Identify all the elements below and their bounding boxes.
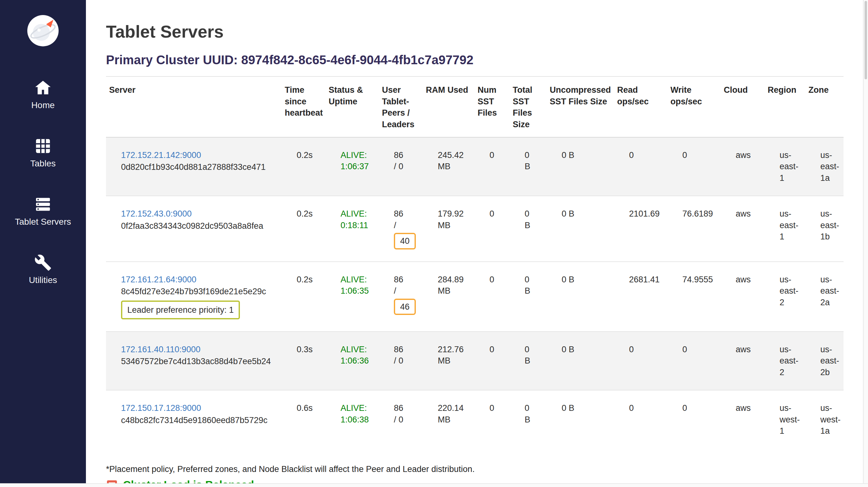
- server-cell: 172.161.40.110:9000 53467572be7c4d13b3ac…: [106, 331, 282, 390]
- total-sst-size-cell: 0B: [509, 137, 547, 196]
- ram-cell: 245.42MB: [423, 137, 474, 196]
- total-sst-size-cell: 0B: [509, 331, 547, 390]
- status-text: ALIVE:: [341, 402, 376, 414]
- region-cell: us-east-1: [765, 196, 805, 261]
- leaders-line: / 0: [394, 161, 420, 172]
- ram-cell: 179.92MB: [423, 196, 474, 261]
- read-ops-cell: 0: [614, 137, 667, 196]
- table-row: 172.161.40.110:9000 53467572be7c4d13b3ac…: [106, 331, 843, 390]
- read-ops-cell: 0: [614, 331, 667, 390]
- read-ops-cell: 2101.69: [614, 196, 667, 261]
- server-link[interactable]: 172.150.17.128:9000: [121, 403, 201, 413]
- cloud-cell: aws: [721, 196, 765, 261]
- uncompressed-sst-size-cell: 0 B: [547, 331, 614, 390]
- server-link[interactable]: 172.152.43.0:9000: [121, 209, 192, 219]
- tables-icon: [34, 137, 52, 155]
- tablet-servers-table: Server Time since heartbeat Status & Upt…: [106, 76, 843, 449]
- server-uuid: 8c45fd27e3e24b7b93f169de21e5e29c: [121, 286, 279, 297]
- sidebar-item-home[interactable]: Home: [31, 79, 55, 110]
- uncompressed-sst-size-cell: 0 B: [547, 262, 614, 331]
- tablet-peers-cell: 86 / 0: [379, 331, 423, 390]
- uptime-text: 1:06:36: [341, 355, 376, 366]
- server-uuid: c48bc82fc7314d5e91860eed87b5729c: [121, 415, 279, 426]
- server-cell: 172.152.43.0:9000 0f2faa3c834343c0982dc9…: [106, 196, 282, 261]
- uptime-text: 1:06:38: [341, 414, 376, 425]
- cluster-uuid-heading: Primary Cluster UUID: 8974f842-8c65-4e6f…: [106, 52, 843, 67]
- column-header-write-ops: Write ops/sec: [667, 76, 721, 137]
- zone-cell: us-east-1b: [805, 196, 843, 261]
- zone-cell: us-west-1a: [805, 390, 843, 449]
- sidebar-nav: Home Tables Tablet Servers: [15, 79, 71, 285]
- status-cell: ALIVE: 1:06:36: [326, 331, 379, 390]
- server-cell: 172.150.17.128:9000 c48bc82fc7314d5e9186…: [106, 390, 282, 449]
- sidebar-item-tablet-servers[interactable]: Tablet Servers: [15, 196, 71, 227]
- leaders-line: / 0: [394, 414, 420, 425]
- server-link[interactable]: 172.152.21.142:9000: [121, 151, 201, 160]
- page-title: Tablet Servers: [106, 22, 843, 42]
- status-text: ALIVE:: [341, 344, 376, 355]
- tablet-peers-cell: 86 / 0: [379, 137, 423, 196]
- leaders-line: /: [394, 220, 420, 231]
- column-header-total-sst-size: Total SST Files Size: [509, 76, 547, 137]
- server-uuid: 0f2faa3c834343c0982dc9503a8a8fea: [121, 220, 279, 232]
- server-link[interactable]: 172.161.21.64:9000: [121, 275, 196, 284]
- app-window: Home Tables Tablet Servers: [0, 0, 868, 487]
- table-row: 172.152.21.142:9000 0d820cf1b93c40d881a2…: [106, 137, 843, 196]
- table-row: 172.161.21.64:9000 8c45fd27e3e24b7b93f16…: [106, 262, 843, 331]
- column-header-uncompressed-sst-size: Uncompressed SST Files Size: [547, 76, 614, 137]
- tablet-peers-cell: 86 / 0: [379, 390, 423, 449]
- region-cell: us-east-1: [765, 137, 805, 196]
- region-cell: us-east-2: [765, 331, 805, 390]
- ram-cell: 220.14MB: [423, 390, 474, 449]
- tablet-peers-cell: 86 /46: [379, 262, 423, 331]
- read-ops-cell: 0: [614, 390, 667, 449]
- server-cell: 172.152.21.142:9000 0d820cf1b93c40d881a2…: [106, 137, 282, 196]
- num-sst-files-cell: 0: [474, 262, 509, 331]
- server-table-body: 172.152.21.142:9000 0d820cf1b93c40d881a2…: [106, 137, 843, 449]
- total-sst-size-cell: 0B: [509, 262, 547, 331]
- status-cell: ALIVE: 1:06:37: [326, 137, 379, 196]
- placement-footnote: *Placement policy, Preferred zones, and …: [106, 464, 843, 474]
- total-sst-size-cell: 0B: [509, 196, 547, 261]
- sidebar-item-label: Utilities: [29, 275, 57, 285]
- sidebar-item-tables[interactable]: Tables: [30, 137, 56, 169]
- vertical-scrollbar[interactable]: [863, 0, 868, 487]
- sidebar-item-label: Tablet Servers: [15, 217, 71, 227]
- uptime-text: 1:06:37: [341, 161, 376, 172]
- peers-count: 86: [394, 344, 420, 355]
- column-header-status-uptime: Status & Uptime: [326, 76, 379, 137]
- num-sst-files-cell: 0: [474, 196, 509, 261]
- leaders-line: /: [394, 285, 420, 296]
- status-cell: ALIVE: 1:06:38: [326, 390, 379, 449]
- status-cell: ALIVE: 0:18:11: [326, 196, 379, 261]
- horizontal-scrollbar[interactable]: [0, 483, 868, 487]
- cloud-cell: aws: [721, 262, 765, 331]
- uncompressed-sst-size-cell: 0 B: [547, 137, 614, 196]
- yugabyte-logo-icon: [27, 14, 59, 47]
- column-header-read-ops: Read ops/sec: [614, 76, 667, 137]
- server-link[interactable]: 172.161.40.110:9000: [121, 345, 200, 354]
- write-ops-cell: 0: [667, 390, 721, 449]
- heartbeat-cell: 0.6s: [282, 390, 326, 449]
- tablet-peers-cell: 86 /40: [379, 196, 423, 261]
- zone-cell: us-east-1a: [805, 137, 843, 196]
- vertical-scrollbar-thumb[interactable]: [865, 1, 867, 79]
- total-sst-size-cell: 0B: [509, 390, 547, 449]
- uptime-text: 1:06:35: [341, 285, 376, 296]
- leader-preference-badge: Leader preference priority: 1: [121, 300, 240, 319]
- table-row: 172.150.17.128:9000 c48bc82fc7314d5e9186…: [106, 390, 843, 449]
- server-uuid: 53467572be7c4d13b3ac88d4b7ee5b24: [121, 356, 279, 367]
- cloud-cell: aws: [721, 331, 765, 390]
- sidebar: Home Tables Tablet Servers: [0, 0, 86, 487]
- leaders-highlight-box: 40: [394, 233, 416, 249]
- column-header-num-sst-files: Num SST Files: [474, 76, 509, 137]
- column-header-cloud: Cloud: [721, 76, 765, 137]
- heartbeat-cell: 0.2s: [282, 196, 326, 261]
- column-header-heartbeat: Time since heartbeat: [282, 76, 326, 137]
- num-sst-files-cell: 0: [474, 390, 509, 449]
- peers-count: 86: [394, 274, 420, 285]
- ram-cell: 284.89MB: [423, 262, 474, 331]
- status-text: ALIVE:: [341, 274, 376, 285]
- zone-cell: us-east-2b: [805, 331, 843, 390]
- sidebar-item-utilities[interactable]: Utilities: [29, 254, 57, 285]
